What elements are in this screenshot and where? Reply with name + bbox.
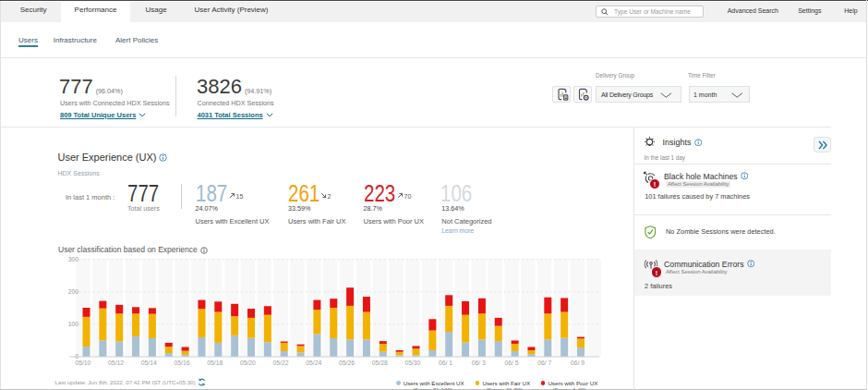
svg-text:05/22: 05/22 — [273, 360, 289, 366]
svg-text:06/ 1: 06/ 1 — [439, 360, 452, 366]
svg-text:100: 100 — [68, 321, 79, 327]
svg-text:05/18: 05/18 — [207, 360, 223, 366]
svg-text:300: 300 — [68, 256, 79, 262]
svg-text:06/ 9: 06/ 9 — [571, 360, 585, 366]
svg-text:06/ 5: 06/ 5 — [504, 360, 518, 366]
svg-text:05/30: 05/30 — [404, 360, 420, 366]
svg-text:05/10: 05/10 — [75, 360, 90, 366]
svg-text:05/28: 05/28 — [372, 360, 388, 366]
svg-text:05/12: 05/12 — [108, 360, 124, 366]
svg-text:05/16: 05/16 — [174, 360, 189, 366]
svg-text:06/ 3: 06/ 3 — [472, 360, 486, 366]
svg-text:05/26: 05/26 — [339, 360, 355, 366]
svg-text:05/24: 05/24 — [306, 360, 321, 366]
svg-text:200: 200 — [68, 288, 79, 295]
svg-text:05/14: 05/14 — [141, 360, 157, 366]
svg-text:06/ 7: 06/ 7 — [537, 360, 551, 366]
svg-text:05/20: 05/20 — [240, 360, 256, 366]
